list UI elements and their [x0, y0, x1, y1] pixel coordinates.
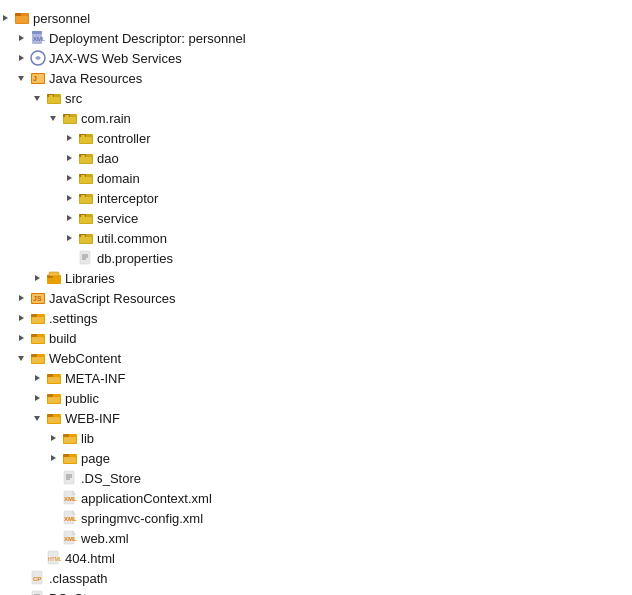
svg-rect-72	[31, 334, 37, 337]
tree-item-jsresources[interactable]: JSJavaScript Resources	[0, 288, 632, 308]
tree-item-build[interactable]: build	[0, 328, 632, 348]
tree-item-meta-inf[interactable]: META-INF	[0, 368, 632, 388]
svg-marker-90	[51, 435, 56, 441]
toggle-src[interactable]	[32, 93, 46, 103]
tree-item-public[interactable]: public	[0, 388, 632, 408]
toggle-libraries[interactable]	[32, 273, 46, 283]
icon-folder	[46, 410, 62, 426]
svg-rect-89	[48, 417, 60, 423]
svg-text:HTML: HTML	[48, 556, 62, 562]
svg-rect-53	[81, 235, 85, 239]
icon-src	[46, 90, 62, 106]
tree-item-lib[interactable]: lib	[0, 428, 632, 448]
svg-text:XML: XML	[64, 516, 77, 522]
tree-item-com.rain[interactable]: com.rain	[0, 108, 632, 128]
icon-package	[62, 110, 78, 126]
toggle-service[interactable]	[64, 213, 78, 223]
svg-rect-68	[31, 314, 37, 317]
label-build: build	[49, 331, 76, 346]
tree-item-db.properties[interactable]: db.properties	[0, 248, 632, 268]
svg-marker-70	[19, 335, 24, 341]
tree-item-page[interactable]: page	[0, 448, 632, 468]
tree-item-404.html[interactable]: HTML404.html	[0, 548, 632, 568]
toggle-com.rain[interactable]	[48, 113, 62, 123]
icon-file-html: HTML	[46, 550, 62, 566]
icon-package	[78, 170, 94, 186]
tree-item-deployment[interactable]: XMLDeployment Descriptor: personnel	[0, 28, 632, 48]
toggle-javaresources[interactable]	[16, 73, 30, 83]
svg-text:XML: XML	[64, 536, 77, 542]
label-db.properties: db.properties	[97, 251, 173, 266]
tree-item-webcontent[interactable]: WebContent	[0, 348, 632, 368]
icon-descriptor: XML	[30, 30, 46, 46]
icon-file-xml: XML	[62, 490, 78, 506]
toggle-lib[interactable]	[48, 433, 62, 443]
icon-webservice	[30, 50, 46, 66]
icon-package	[78, 150, 94, 166]
tree-item-web-inf[interactable]: WEB-INF	[0, 408, 632, 428]
tree-item-settings[interactable]: .settings	[0, 308, 632, 328]
svg-rect-61	[49, 272, 59, 276]
svg-rect-18	[49, 95, 53, 99]
svg-marker-86	[34, 416, 40, 421]
tree-item-util.common[interactable]: util.common	[0, 228, 632, 248]
toggle-settings[interactable]	[16, 313, 30, 323]
toggle-public[interactable]	[32, 393, 46, 403]
tree-item-springmvc-config[interactable]: XMLspringmvc-config.xml	[0, 508, 632, 528]
svg-rect-38	[81, 175, 85, 179]
toggle-util.common[interactable]	[64, 233, 78, 243]
tree-item-dao[interactable]: dao	[0, 148, 632, 168]
label-domain: domain	[97, 171, 140, 186]
svg-marker-66	[19, 315, 24, 321]
tree-item-controller[interactable]: controller	[0, 128, 632, 148]
toggle-webcontent[interactable]	[16, 353, 30, 363]
label-personnel: personnel	[33, 11, 90, 26]
label-util.common: util.common	[97, 231, 167, 246]
tree-item-interceptor[interactable]: interceptor	[0, 188, 632, 208]
label-javaresources: Java Resources	[49, 71, 142, 86]
tree-item-web.xml[interactable]: XMLweb.xml	[0, 528, 632, 548]
svg-marker-78	[35, 375, 40, 381]
tree-item-domain[interactable]: domain	[0, 168, 632, 188]
svg-marker-62	[19, 295, 24, 301]
toggle-interceptor[interactable]	[64, 193, 78, 203]
label-web.xml: web.xml	[81, 531, 129, 546]
toggle-web-inf[interactable]	[32, 413, 46, 423]
svg-rect-28	[81, 135, 85, 139]
tree-item-ds_store_webinf[interactable]: .DS_Store	[0, 468, 632, 488]
project-tree: personnelXMLDeployment Descriptor: perso…	[0, 0, 632, 595]
toggle-deployment[interactable]	[16, 33, 30, 43]
toggle-domain[interactable]	[64, 173, 78, 183]
toggle-build[interactable]	[16, 333, 30, 343]
tree-item-libraries[interactable]: Libraries	[0, 268, 632, 288]
toggle-jsresources[interactable]	[16, 293, 30, 303]
label-interceptor: interceptor	[97, 191, 158, 206]
toggle-page[interactable]	[48, 453, 62, 463]
tree-item-javaresources[interactable]: JJava Resources	[0, 68, 632, 88]
tree-item-applicationContext[interactable]: XMLapplicationContext.xml	[0, 488, 632, 508]
toggle-dao[interactable]	[64, 153, 78, 163]
icon-file-prop	[62, 470, 78, 486]
tree-item-ds_store_root[interactable]: DS_Store	[0, 588, 632, 595]
label-lib: lib	[81, 431, 94, 446]
toggle-jaxws[interactable]	[16, 53, 30, 63]
svg-marker-94	[51, 455, 56, 461]
tree-item-src[interactable]: src	[0, 88, 632, 108]
label-libraries: Libraries	[65, 271, 115, 286]
label-webcontent: WebContent	[49, 351, 121, 366]
svg-rect-80	[47, 374, 53, 377]
svg-rect-84	[47, 394, 53, 397]
toggle-meta-inf[interactable]	[32, 373, 46, 383]
tree-item-jaxws[interactable]: JAX-WS Web Services	[0, 48, 632, 68]
toggle-controller[interactable]	[64, 133, 78, 143]
svg-rect-93	[64, 437, 76, 443]
tree-item-personnel[interactable]: personnel	[0, 8, 632, 28]
icon-file-prop	[78, 250, 94, 266]
icon-file-xml: XML	[62, 510, 78, 526]
svg-rect-33	[81, 155, 85, 159]
tree-item-service[interactable]: service	[0, 208, 632, 228]
toggle-personnel[interactable]	[0, 13, 14, 23]
tree-item-.classpath[interactable]: CP.classpath	[0, 568, 632, 588]
svg-rect-6	[32, 31, 42, 34]
svg-marker-14	[34, 96, 40, 101]
